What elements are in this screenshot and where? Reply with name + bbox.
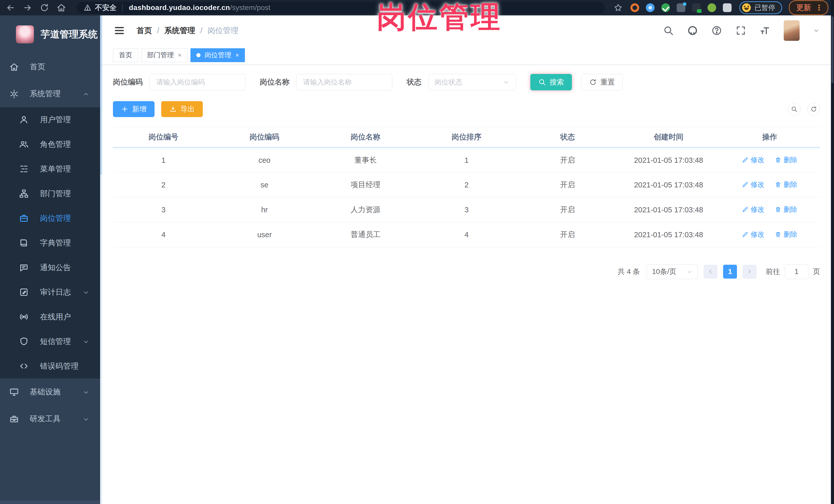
extension-puzzle-icon[interactable] (723, 3, 731, 12)
update-button[interactable]: 更新 ⋮ (789, 0, 828, 15)
sidebar-item-infrastructure[interactable]: 基础设施 (0, 378, 100, 406)
url-path: /system/post (230, 4, 270, 12)
cell-status: 开启 (517, 197, 618, 222)
search-button[interactable]: 搜索 (530, 74, 572, 90)
user-avatar[interactable] (784, 20, 799, 41)
extension-leaf-icon[interactable] (707, 3, 716, 12)
tab-label: 首页 (119, 50, 132, 60)
reload-icon[interactable] (40, 3, 49, 13)
next-page-button[interactable] (743, 265, 756, 279)
add-button[interactable]: 新增 (113, 101, 155, 117)
search-icon[interactable] (663, 25, 674, 36)
edit-link[interactable]: 修改 (742, 230, 764, 239)
post-code-input[interactable] (149, 74, 245, 90)
cell-no: 4 (113, 222, 214, 247)
sidebar-item-label: 首页 (30, 62, 45, 72)
sidebar-item-posts[interactable]: 岗位管理 (0, 206, 100, 231)
sidebar-item-dict[interactable]: 字典管理 (0, 231, 100, 255)
tab-home[interactable]: 首页 (113, 48, 138, 62)
sidebar-scrollbar[interactable] (100, 16, 102, 504)
extension-check-icon[interactable] (661, 3, 670, 12)
page-size-select[interactable]: 10条/页 (646, 264, 698, 279)
browser-menu-icon[interactable]: ⋮ (815, 4, 823, 12)
extension-pin-icon[interactable] (646, 3, 655, 12)
extension-tag-manager-icon[interactable] (692, 3, 701, 12)
edit-label: 修改 (751, 180, 764, 189)
security-label: 不安全 (95, 3, 116, 13)
sidebar-item-audit-log[interactable]: 审计日志 (0, 280, 100, 305)
goto-page-input[interactable] (785, 264, 808, 279)
sidebar-item-label: 菜单管理 (40, 164, 71, 174)
back-icon[interactable] (6, 3, 16, 13)
table-row: 4 user 普通员工 4 开启 2021-01-05 17:03:48 修改 … (113, 222, 820, 247)
prev-page-button[interactable] (704, 265, 718, 279)
monitor-icon (9, 387, 19, 397)
sidebar-item-error-codes[interactable]: 错误码管理 (0, 354, 100, 378)
delete-link[interactable]: 删除 (775, 180, 797, 189)
sidebar-item-label: 审计日志 (40, 287, 71, 298)
sidebar-item-notices[interactable]: 通知公告 (0, 255, 100, 280)
edit-link[interactable]: 修改 (742, 180, 764, 189)
chevron-down-icon (503, 79, 509, 86)
breadcrumb-home[interactable]: 首页 (136, 25, 152, 36)
hamburger-icon[interactable] (113, 25, 125, 37)
sidebar-item-menus[interactable]: 菜单管理 (0, 157, 100, 181)
font-size-icon[interactable] (760, 25, 770, 36)
sidebar-item-roles[interactable]: 角色管理 (0, 132, 100, 157)
browser-scrollbar[interactable] (831, 0, 834, 504)
caret-down-icon[interactable] (813, 27, 820, 34)
org-chart-icon (19, 189, 29, 198)
fullscreen-icon[interactable] (736, 25, 746, 36)
close-icon[interactable]: × (178, 52, 181, 58)
sidebar-item-sms[interactable]: 短信管理 (0, 329, 100, 354)
breadcrumb-system[interactable]: 系统管理 (164, 25, 195, 36)
page-content: 岗位编码 岗位名称 状态 岗位状态 搜索 重置 (102, 74, 831, 279)
col-actions: 操作 (719, 127, 820, 148)
help-icon[interactable] (711, 25, 722, 36)
page-size-value: 10条/页 (652, 267, 676, 277)
bookmark-star-icon[interactable] (614, 3, 623, 12)
sidebar-item-dev-tools[interactable]: 研发工具 (0, 406, 100, 432)
tab-post[interactable]: 岗位管理 × (191, 48, 245, 62)
current-page[interactable]: 1 (723, 265, 737, 279)
sidebar-item-system[interactable]: 系统管理 (0, 80, 100, 107)
sidebar-item-departments[interactable]: 部门管理 (0, 181, 100, 206)
page-header: 首页 / 系统管理 / 岗位管理 (102, 16, 831, 46)
extension-orange-icon[interactable] (631, 3, 639, 12)
breadcrumb-current: 岗位管理 (208, 25, 239, 36)
paused-badge[interactable]: 已暂停 (739, 1, 782, 14)
cell-created: 2021-01-05 17:03:48 (618, 197, 719, 222)
toggle-search-button[interactable] (788, 103, 800, 115)
github-icon[interactable] (687, 25, 698, 36)
delete-link[interactable]: 删除 (775, 155, 797, 165)
close-icon[interactable]: × (235, 52, 239, 58)
app-logo[interactable]: 芋道管理系统 (0, 16, 100, 47)
delete-link[interactable]: 删除 (775, 230, 797, 239)
forward-icon[interactable] (23, 3, 32, 13)
sidebar-item-users[interactable]: 用户管理 (0, 107, 100, 132)
edit-link[interactable]: 修改 (742, 205, 764, 214)
export-button[interactable]: 导出 (161, 101, 203, 117)
sidebar-item-home[interactable]: 首页 (0, 53, 100, 80)
status-select[interactable]: 岗位状态 (428, 74, 516, 90)
reset-button[interactable]: 重置 (581, 74, 623, 90)
address-bar[interactable]: 不安全 dashboard.yudao.iocoder.cn/system/po… (76, 2, 605, 14)
scrollbar-thumb[interactable] (831, 17, 833, 83)
tab-dept[interactable]: 部门管理 × (141, 48, 188, 62)
pagination: 共 4 条 10条/页 1 前往 页 (113, 264, 820, 279)
home-icon (9, 62, 19, 72)
sidebar-scrollbar-thumb[interactable] (100, 16, 102, 175)
cell-code: ceo (214, 148, 315, 173)
home-icon[interactable] (57, 3, 66, 13)
sidebar-item-online-users[interactable]: 在线用户 (0, 305, 100, 329)
update-label: 更新 (796, 3, 811, 13)
edit-link[interactable]: 修改 (742, 155, 764, 165)
post-name-input[interactable] (296, 74, 392, 90)
delete-label: 删除 (784, 205, 797, 214)
sidebar-item-label: 部门管理 (40, 189, 71, 199)
delete-link[interactable]: 删除 (775, 205, 797, 214)
extension-people-icon[interactable] (677, 3, 685, 12)
breadcrumb-separator: / (157, 26, 159, 35)
refresh-table-button[interactable] (807, 103, 820, 115)
search-button-label: 搜索 (550, 77, 564, 87)
